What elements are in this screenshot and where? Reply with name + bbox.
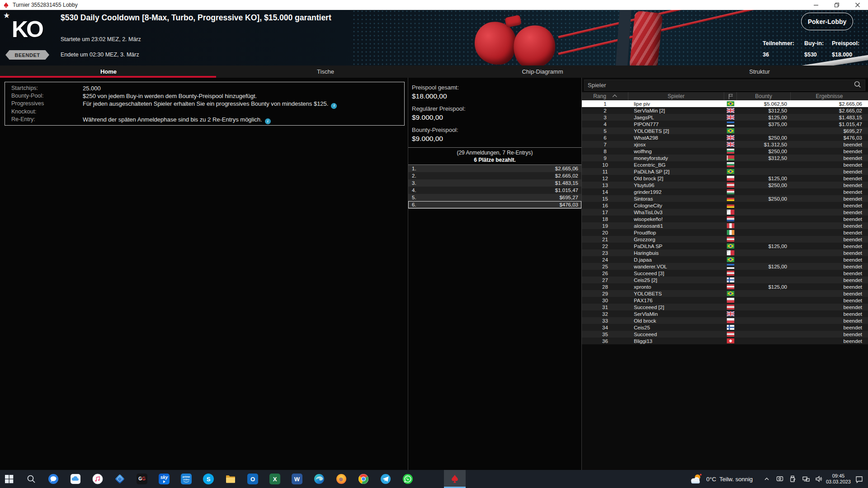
prize-row[interactable]: 4. $1.015,47 bbox=[408, 187, 581, 194]
player-row[interactable]: 7 xjosx $1.312,50 beendet bbox=[582, 141, 868, 148]
prize-row[interactable]: 5. $695,27 bbox=[408, 194, 581, 201]
column-header-flag[interactable] bbox=[724, 92, 737, 100]
player-row[interactable]: 4 PIPON777 $375,00 $1.015,47 bbox=[582, 121, 868, 127]
info-text: $250 von jedem Buy-in werden dem Bounty-… bbox=[83, 92, 400, 100]
pool-label: Regulärer Preispool: bbox=[412, 105, 576, 113]
player-row[interactable]: 19 alonsosanti1 beendet bbox=[582, 222, 868, 229]
taskbar-excel-icon[interactable]: X bbox=[269, 474, 280, 484]
player-row[interactable]: 3 JaegsPL $125,00 $1.483,15 bbox=[582, 114, 868, 121]
player-row[interactable]: 15 Sintoras $250,00 beendet bbox=[582, 195, 868, 202]
volume-icon[interactable] bbox=[815, 470, 823, 488]
player-row[interactable]: 22 PaDiLhA SP $125,00 beendet bbox=[582, 243, 868, 249]
player-result: beendet bbox=[791, 277, 868, 283]
player-row[interactable]: 9 moneyforstudy $312,50 beendet bbox=[582, 155, 868, 161]
taskbar-clock[interactable]: 09:4503.03.2023 bbox=[826, 470, 851, 488]
taskbar-whatsapp-icon[interactable] bbox=[402, 474, 413, 484]
player-row[interactable]: 18 wisopekeño! beendet bbox=[582, 216, 868, 222]
player-row[interactable]: 2 SerVlaMin [2] $312,50 $2.665,02 bbox=[582, 107, 868, 114]
prize-row[interactable]: 1. $2.665,06 bbox=[408, 165, 581, 172]
tray-expand-icon[interactable] bbox=[763, 470, 770, 488]
close-button[interactable] bbox=[847, 0, 868, 10]
player-row[interactable]: 1 lipe piv $5.062,50 $2.665,06 bbox=[582, 100, 868, 107]
usb-icon[interactable] bbox=[788, 470, 797, 488]
prize-row[interactable]: 6. $476,03 bbox=[408, 201, 581, 208]
taskbar-telegram-icon[interactable] bbox=[380, 474, 391, 484]
screen-cast-icon[interactable] bbox=[776, 470, 784, 488]
player-search-input[interactable] bbox=[588, 82, 854, 89]
player-row[interactable]: 35 Succeeed beendet bbox=[582, 331, 868, 338]
column-header-bounty[interactable]: Bounty bbox=[737, 92, 791, 100]
player-rank: 16 bbox=[582, 203, 628, 208]
player-row[interactable]: 21 Grozzorg beendet bbox=[582, 236, 868, 243]
player-rank: 15 bbox=[582, 196, 628, 202]
player-row[interactable]: 26 Succeeed [3] beendet bbox=[582, 270, 868, 277]
player-row[interactable]: 16 CologneCity beendet bbox=[582, 202, 868, 209]
player-row[interactable]: 10 Eccentric_BG beendet bbox=[582, 161, 868, 168]
player-result: beendet bbox=[791, 142, 868, 147]
taskbar-firefox-icon[interactable] bbox=[336, 474, 347, 484]
taskbar-messages-icon[interactable] bbox=[48, 474, 59, 484]
info-icon[interactable]: i bbox=[331, 103, 337, 109]
player-row[interactable]: 24 D.japaa beendet bbox=[582, 256, 868, 263]
player-row[interactable]: 17 WhaTisL0v3 beendet bbox=[582, 209, 868, 216]
poker-lobby-button[interactable]: Poker-Lobby bbox=[801, 13, 853, 30]
prize-place: 6. bbox=[408, 202, 429, 207]
taskbar-prime-video-icon[interactable]: primevideo bbox=[181, 474, 192, 484]
taskbar-icloud-icon[interactable] bbox=[70, 474, 81, 484]
taskbar-search-icon[interactable] bbox=[26, 474, 37, 484]
player-row[interactable]: 6 WhatA298 $250,00 $476,03 bbox=[582, 134, 868, 141]
player-row[interactable]: 12 Old brock [2] $125,00 beendet bbox=[582, 175, 868, 182]
weather-icon[interactable] bbox=[689, 470, 703, 488]
player-row[interactable]: 34 Ceis25 beendet bbox=[582, 324, 868, 331]
taskbar-edge-icon[interactable] bbox=[314, 474, 325, 484]
player-row[interactable]: 27 Ceis25 [2] beendet bbox=[582, 277, 868, 283]
player-row[interactable]: 11 PaDiLhA SP [2] beendet bbox=[582, 168, 868, 175]
player-row[interactable]: 13 Ytuytu96 $250,00 beendet bbox=[582, 182, 868, 188]
restore-button[interactable] bbox=[826, 0, 847, 10]
player-row[interactable]: 8 wolfhng $250,00 beendet bbox=[582, 148, 868, 155]
country-flag-icon bbox=[724, 311, 737, 316]
taskbar-outlook-icon[interactable]: O bbox=[247, 474, 258, 484]
player-row[interactable]: 23 Haringbuis beendet bbox=[582, 249, 868, 256]
player-row[interactable]: 25 wanderer.VOL $125,00 beendet bbox=[582, 263, 868, 270]
player-row[interactable]: 29 YOLOBETS beendet bbox=[582, 290, 868, 297]
search-icon[interactable] bbox=[854, 80, 861, 90]
network-icon[interactable] bbox=[802, 470, 810, 488]
notifications-icon[interactable] bbox=[855, 470, 863, 488]
player-row[interactable]: 5 YOLOBETS [2] $695,27 bbox=[582, 127, 868, 134]
tab-home[interactable]: Home bbox=[0, 66, 217, 78]
taskbar-skype-icon[interactable]: S bbox=[203, 474, 214, 484]
taskbar-sky-icon[interactable]: sky bbox=[159, 474, 170, 484]
prize-row[interactable]: 3. $1.483,15 bbox=[408, 179, 581, 187]
country-flag-icon bbox=[724, 338, 737, 343]
player-row[interactable]: 32 SerVlaMin beendet bbox=[582, 310, 868, 317]
player-rank: 14 bbox=[582, 189, 628, 195]
taskbar-ggpoker-icon[interactable]: GG bbox=[137, 474, 147, 484]
prize-row[interactable]: 2. $2.665,02 bbox=[408, 172, 581, 179]
taskbar-pokerstars-active[interactable] bbox=[444, 470, 466, 488]
player-row[interactable]: 30 PAX176 beendet bbox=[582, 297, 868, 304]
weather-text[interactable]: 0°C Teilw. sonnig bbox=[706, 470, 753, 488]
column-header-result[interactable]: Ergebnisse bbox=[791, 92, 868, 100]
player-result: beendet bbox=[791, 169, 868, 174]
column-header-player[interactable]: Spieler bbox=[628, 92, 724, 100]
player-row[interactable]: 20 Proudflop beendet bbox=[582, 229, 868, 236]
player-row[interactable]: 14 grinder1992 beendet bbox=[582, 188, 868, 195]
info-icon[interactable]: i bbox=[265, 118, 271, 124]
taskbar-apple-tv-icon[interactable] bbox=[114, 474, 125, 484]
taskbar-start-icon[interactable] bbox=[4, 474, 14, 484]
column-header-rank[interactable]: Rang bbox=[582, 92, 628, 100]
player-row[interactable]: 31 Succeeed [2] beendet bbox=[582, 304, 868, 310]
tab-tische[interactable]: Tische bbox=[217, 66, 434, 78]
player-row[interactable]: 33 Old brock beendet bbox=[582, 317, 868, 324]
player-row[interactable]: 36 Bliggi13 beendet bbox=[582, 338, 868, 344]
taskbar-file-explorer-icon[interactable] bbox=[225, 474, 236, 484]
minimize-button[interactable] bbox=[806, 0, 826, 10]
tab-struktur[interactable]: Struktur bbox=[651, 66, 868, 78]
favorite-star-icon[interactable]: ★ bbox=[3, 11, 10, 20]
tab-chip-diagramm[interactable]: Chip-Diagramm bbox=[434, 66, 651, 78]
taskbar-word-icon[interactable]: W bbox=[292, 474, 302, 484]
player-row[interactable]: 28 xpronto $125,00 beendet bbox=[582, 283, 868, 290]
taskbar-itunes-icon[interactable] bbox=[92, 474, 103, 484]
taskbar-chrome-icon[interactable] bbox=[358, 474, 369, 484]
